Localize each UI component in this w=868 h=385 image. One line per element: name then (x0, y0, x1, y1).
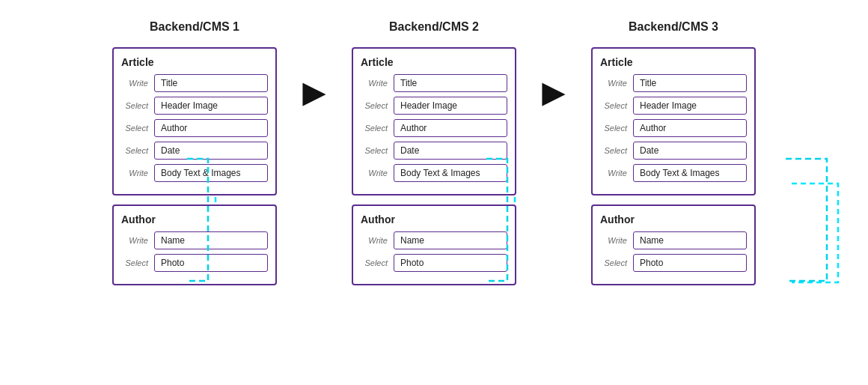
cms1-title: Backend/CMS 1 (112, 20, 277, 34)
field-action-label: Select (121, 124, 148, 133)
field-row: Select Date (600, 142, 747, 160)
field-box: Photo (154, 254, 268, 272)
field-action-label: Write (600, 79, 627, 88)
field-box: Title (633, 74, 747, 92)
field-action-label: Write (361, 169, 388, 178)
cms3-article-label: Article (600, 56, 747, 68)
arrow2-icon: ► (534, 73, 572, 112)
cms1-column: Backend/CMS 1 Article Write Title Select… (112, 20, 277, 285)
field-box: Header Image (394, 97, 507, 115)
cms3-title: Backend/CMS 3 (591, 20, 756, 34)
field-row: Write Body Text & Images (361, 164, 507, 182)
field-box: Name (394, 231, 507, 249)
field-action-label: Write (600, 236, 627, 245)
cms2-author-block: Author Write Name Select Photo (352, 204, 516, 285)
field-action-label: Select (121, 258, 148, 267)
cms2-title: Backend/CMS 2 (352, 20, 516, 34)
field-box: Author (633, 119, 747, 137)
arrow1-icon: ► (295, 73, 333, 112)
field-row: Write Name (361, 231, 507, 249)
cms2-column: Backend/CMS 2 Article Write Title Select… (352, 20, 516, 285)
field-row: Write Name (600, 231, 747, 249)
field-box: Photo (394, 254, 507, 272)
field-box: Date (394, 142, 507, 160)
field-row: Select Author (600, 119, 747, 137)
cms3-column: Backend/CMS 3 Article Write Title Select… (591, 20, 756, 285)
field-row: Select Date (121, 142, 268, 160)
field-action-label: Select (600, 258, 627, 267)
field-row: Select Header Image (121, 97, 268, 115)
field-box: Author (154, 119, 268, 137)
field-row: Select Date (361, 142, 507, 160)
field-box: Date (154, 142, 268, 160)
field-action-label: Select (361, 146, 388, 155)
field-box: Header Image (154, 97, 268, 115)
field-box: Body Text & Images (394, 164, 507, 182)
field-action-label: Select (600, 146, 627, 155)
cms2-article-block: Article Write Title Select Header Image … (352, 47, 516, 195)
field-box: Body Text & Images (154, 164, 268, 182)
field-row: Write Name (121, 231, 268, 249)
field-row: Select Header Image (600, 97, 747, 115)
field-row: Write Title (361, 74, 507, 92)
field-row: Select Header Image (361, 97, 507, 115)
field-row: Write Body Text & Images (600, 164, 747, 182)
field-box: Name (633, 231, 747, 249)
field-action-label: Write (600, 169, 627, 178)
field-action-label: Select (600, 124, 627, 133)
field-row: Select Photo (121, 254, 268, 272)
field-action-label: Write (121, 79, 148, 88)
field-action-label: Select (121, 146, 148, 155)
field-box: Name (154, 231, 268, 249)
cms1-author-block: Author Write Name Select Photo (112, 204, 277, 285)
cms2-author-label: Author (361, 213, 507, 225)
field-action-label: Select (361, 124, 388, 133)
field-row: Select Author (361, 119, 507, 137)
field-action-label: Select (121, 101, 148, 110)
cms3-article-block: Article Write Title Select Header Image … (591, 47, 756, 195)
field-action-label: Select (361, 101, 388, 110)
cms3-author-label: Author (600, 213, 747, 225)
field-action-label: Write (121, 236, 148, 245)
diagram-wrapper: Backend/CMS 1 Article Write Title Select… (22, 13, 846, 372)
field-action-label: Select (600, 101, 627, 110)
field-row: Write Title (121, 74, 268, 92)
cms3-author-block: Author Write Name Select Photo (591, 204, 756, 285)
field-box: Body Text & Images (633, 164, 747, 182)
arrow2-container: ► (524, 13, 584, 112)
cms1-article-label: Article (121, 56, 268, 68)
field-action-label: Write (121, 169, 148, 178)
field-action-label: Write (361, 79, 388, 88)
field-row: Write Body Text & Images (121, 164, 268, 182)
cms1-author-label: Author (121, 213, 268, 225)
cms1-article-block: Article Write Title Select Header Image … (112, 47, 277, 195)
field-box: Author (394, 119, 507, 137)
field-box: Photo (633, 254, 747, 272)
arrow1-container: ► (284, 13, 344, 112)
cms2-article-label: Article (361, 56, 507, 68)
field-box: Title (154, 74, 268, 92)
field-row: Select Photo (600, 254, 747, 272)
field-row: Select Photo (361, 254, 507, 272)
field-row: Select Author (121, 119, 268, 137)
field-box: Title (394, 74, 507, 92)
columns-row: Backend/CMS 1 Article Write Title Select… (22, 13, 846, 372)
field-box: Date (633, 142, 747, 160)
field-action-label: Select (361, 258, 388, 267)
field-box: Header Image (633, 97, 747, 115)
field-row: Write Title (600, 74, 747, 92)
field-action-label: Write (361, 236, 388, 245)
